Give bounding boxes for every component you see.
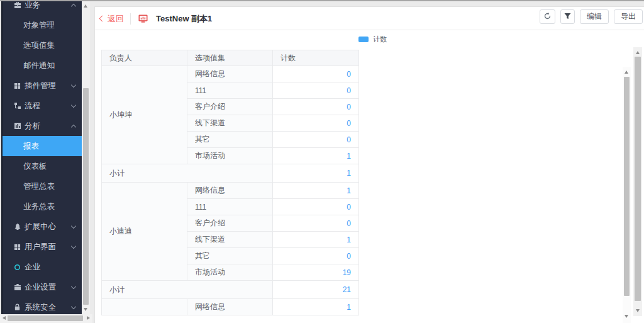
sidebar-item-extension-center[interactable]: 扩展中心 [3, 217, 82, 237]
circle-icon [13, 263, 21, 271]
sidebar-item-label: 报表 [23, 141, 39, 152]
count-cell[interactable]: 1 [273, 299, 359, 315]
table-row: 网络信息1 [102, 299, 359, 315]
sidebar-item-label: 管理总表 [23, 181, 55, 192]
sidebar-item-label: 邮件通知 [23, 60, 55, 71]
sidebar-item-system-security[interactable]: 系统安全 [3, 297, 82, 314]
option-cell: 111 [187, 199, 273, 215]
count-cell[interactable]: 0 [273, 99, 359, 115]
scroll-up-arrow-icon[interactable] [625, 71, 628, 74]
scroll-down-arrow-icon[interactable] [636, 309, 640, 312]
count-cell[interactable]: 0 [273, 66, 359, 82]
subtotal-label-cell: 小计 [102, 164, 273, 183]
subtotal-count-cell[interactable]: 21 [273, 281, 359, 299]
sidebar-item-label: 企业设置 [25, 282, 56, 293]
scrollbar-thumb[interactable] [635, 57, 641, 301]
count-cell[interactable]: 1 [273, 232, 359, 248]
chevron-down-icon [71, 82, 76, 88]
table-header-row: 负责人选项值集计数 [102, 50, 359, 66]
count-cell[interactable]: 0 [273, 132, 359, 148]
sidebar: 业务对象管理选项值集邮件通知插件管理流程分析报表仪表板管理总表业务总表扩展中心用… [1, 1, 82, 314]
count-cell[interactable]: 19 [273, 264, 359, 281]
sidebar-item-business-summary[interactable]: 业务总表 [3, 196, 82, 217]
page-vertical-scrollbar[interactable] [633, 47, 642, 316]
sidebar-item-label: 仪表板 [23, 161, 47, 172]
briefcase-icon [13, 1, 21, 9]
sidebar-item-workflow[interactable]: 流程 [3, 96, 82, 116]
sidebar-item-label: 扩展中心 [25, 222, 56, 232]
chevron-down-icon [71, 244, 76, 249]
sidebar-item-analysis[interactable]: 分析 [3, 116, 82, 136]
subtotal-count-cell[interactable]: 1 [273, 164, 359, 183]
chevron-left-icon [99, 16, 106, 22]
report-table: 负责人选项值集计数 小坤坤网络信息01110客户介绍0线下渠道0其它0市场活动1… [101, 50, 359, 315]
sidebar-item-business[interactable]: 业务 [3, 1, 82, 15]
chevron-down-icon [71, 304, 76, 309]
column-header-count: 计数 [273, 50, 359, 66]
option-cell: 客户介绍 [187, 99, 273, 115]
option-cell: 网络信息 [187, 183, 273, 199]
scrollbar-thumb[interactable] [8, 315, 83, 321]
count-cell[interactable]: 0 [273, 115, 359, 132]
sidebar-item-dashboard[interactable]: 仪表板 [3, 156, 82, 176]
filter-button[interactable] [560, 9, 575, 24]
grid-icon [13, 82, 21, 90]
legend-color-swatch [358, 37, 369, 42]
sidebar-item-plugin-management[interactable]: 插件管理 [3, 76, 82, 96]
grid-icon [13, 243, 21, 251]
option-cell: 线下渠道 [187, 115, 273, 132]
option-cell: 111 [187, 82, 273, 99]
subtotal-label-cell: 小计 [102, 281, 273, 299]
scroll-down-arrow-icon[interactable] [625, 315, 628, 318]
edit-button[interactable]: 编辑 [580, 9, 609, 24]
sidebar-item-user-interface[interactable]: 用户界面 [3, 237, 82, 257]
scroll-up-arrow-icon[interactable] [636, 51, 640, 54]
table-body: 小坤坤网络信息01110客户介绍0线下渠道0其它0市场活动1小计1小迪迪网络信息… [102, 66, 359, 315]
sidebar-horizontal-scrollbar[interactable] [0, 314, 92, 323]
export-button[interactable]: 导出 [614, 9, 643, 24]
sidebar-item-enterprise-settings[interactable]: 企业设置 [3, 277, 82, 297]
back-button[interactable]: 返回 [99, 13, 124, 25]
count-cell[interactable]: 0 [273, 248, 359, 264]
sidebar-vertical-scrollbar[interactable] [82, 1, 90, 314]
toolbar-divider [130, 13, 131, 25]
toolbar: 返回 TestNew 副本1 [95, 7, 644, 30]
scroll-left-arrow-icon[interactable] [3, 316, 6, 320]
main-panel: 返回 TestNew 副本1 [94, 6, 644, 323]
scroll-right-arrow-icon[interactable] [87, 316, 90, 320]
scrollbar-thumb[interactable] [83, 88, 89, 305]
refresh-button[interactable] [540, 9, 555, 24]
sidebar-item-object-management[interactable]: 对象管理 [3, 15, 82, 35]
sidebar-item-label: 对象管理 [23, 20, 55, 31]
sidebar-item-enterprise[interactable]: 企业 [3, 257, 82, 277]
sidebar-item-label: 分析 [25, 121, 40, 132]
sidebar-item-reports[interactable]: 报表 [3, 136, 82, 156]
sidebar-item-management-summary[interactable]: 管理总表 [3, 176, 82, 196]
scrollbar-thumb[interactable] [624, 77, 630, 296]
sidebar-item-option-value-sets[interactable]: 选项值集 [3, 35, 82, 55]
flow-icon [13, 102, 21, 110]
option-cell: 其它 [187, 132, 273, 148]
subtotal-row: 小计21 [102, 281, 359, 299]
sidebar-item-label: 企业 [25, 262, 40, 273]
extension-icon [13, 223, 21, 231]
back-label: 返回 [108, 13, 124, 25]
refresh-icon [543, 12, 552, 22]
chevron-up-icon [71, 4, 76, 9]
count-cell[interactable]: 0 [273, 199, 359, 215]
sidebar-item-label: 业务 [25, 1, 40, 11]
scroll-up-arrow-icon[interactable] [84, 4, 87, 8]
count-cell[interactable]: 1 [273, 148, 359, 164]
count-cell[interactable]: 1 [273, 183, 359, 199]
chart-legend: 计数 [358, 35, 387, 44]
sidebar-item-mail-notification[interactable]: 邮件通知 [3, 55, 82, 76]
scroll-down-arrow-icon[interactable] [84, 308, 87, 311]
count-cell[interactable]: 0 [273, 215, 359, 232]
count-cell[interactable]: 0 [273, 82, 359, 99]
table-vertical-scrollbar[interactable] [623, 67, 631, 323]
chevron-down-icon [71, 103, 76, 108]
option-cell: 网络信息 [187, 66, 273, 82]
owner-cell [102, 299, 187, 315]
sidebar-item-label: 插件管理 [25, 81, 56, 91]
filter-icon [564, 13, 571, 21]
